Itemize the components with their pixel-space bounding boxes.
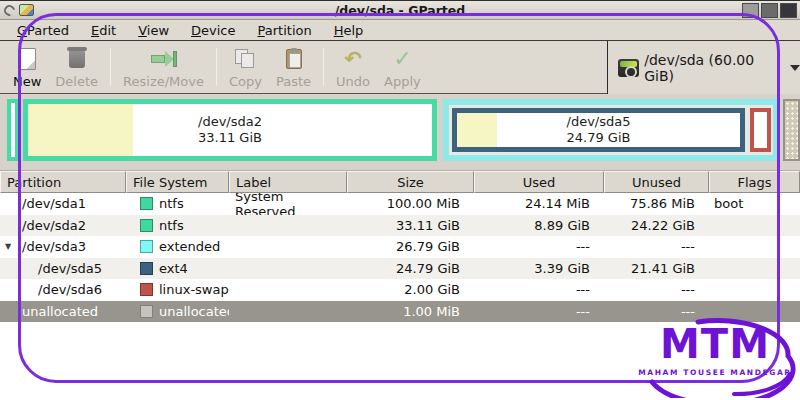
toolbar-separator	[216, 48, 217, 86]
column-header-used[interactable]: Used	[474, 171, 604, 193]
new-partition-icon	[19, 46, 36, 72]
watermark-title: MTM	[638, 324, 792, 364]
unused-value: ---	[604, 236, 709, 258]
column-header-unused[interactable]: Unused	[604, 171, 709, 193]
titlebar: /dev/sda - GParted	[0, 0, 800, 20]
filesystem-color-swatch	[140, 219, 153, 232]
paste-button[interactable]: Paste	[269, 43, 318, 91]
column-header-label[interactable]: Label	[229, 171, 347, 193]
disk-segment-sda1[interactable]	[7, 99, 19, 161]
expander-icon[interactable]: ▼	[5, 242, 11, 251]
minimize-button[interactable]	[742, 3, 759, 18]
apply-checkmark-icon: ✓	[393, 46, 411, 72]
segment-name: /dev/sda5	[567, 114, 631, 130]
table-row-sda6[interactable]: /dev/sda6 linux-swap 2.00 GiB --- ---	[0, 279, 800, 301]
partition-label	[229, 301, 347, 323]
size-value: 1.00 MiB	[347, 301, 474, 323]
table-row-sda1[interactable]: /dev/sda1 ntfs System Reserved 100.00 Mi…	[0, 193, 800, 215]
device-selector-value: /dev/sda (60.00 GiB)	[644, 52, 783, 84]
partition-label	[229, 215, 347, 237]
paste-clipboard-icon	[286, 46, 302, 72]
column-header-size[interactable]: Size	[347, 171, 474, 193]
table-row-unallocated[interactable]: unallocated unallocated 1.00 MiB --- ---	[0, 301, 800, 323]
segment-size: 33.11 GiB	[198, 130, 262, 146]
undo-arrow-icon: ↶	[344, 46, 362, 72]
partition-name: unallocated	[22, 304, 98, 319]
delete-button[interactable]: Delete	[48, 43, 105, 91]
table-row-sda5[interactable]: /dev/sda5 ext4 24.79 GiB 3.39 GiB 21.41 …	[0, 258, 800, 280]
chevron-down-icon	[790, 65, 800, 71]
used-value: ---	[474, 301, 604, 323]
disk-segment-sda2[interactable]: /dev/sda2 33.11 GiB	[23, 99, 437, 161]
filesystem-color-swatch	[140, 305, 153, 318]
watermark-swoosh	[638, 316, 798, 398]
partition-name: /dev/sda5	[38, 261, 102, 276]
flags-value: boot	[709, 193, 800, 215]
resize-move-button[interactable]: Resize/Move	[116, 43, 211, 91]
unused-value: ---	[604, 279, 709, 301]
partition-name: /dev/sda1	[22, 196, 86, 211]
partition-label	[229, 236, 347, 258]
apply-button[interactable]: ✓ Apply	[377, 43, 428, 91]
maximize-button[interactable]	[761, 3, 778, 18]
used-value: 24.14 MiB	[474, 193, 604, 215]
menubar: GParted Edit View Device Partition Help	[0, 20, 800, 41]
table-row-sda3[interactable]: ▼ /dev/sda3 extended 26.79 GiB --- ---	[0, 236, 800, 258]
used-value: ---	[474, 236, 604, 258]
disk-segment-sda3-extended[interactable]: /dev/sda5 24.79 GiB	[443, 99, 779, 161]
delete-trash-icon	[69, 46, 85, 72]
column-header-filesystem[interactable]: File System	[126, 171, 229, 193]
unused-value: 24.22 GiB	[604, 215, 709, 237]
partition-name: /dev/sda6	[38, 282, 102, 297]
flags-value	[709, 258, 800, 280]
used-value: 3.39 GiB	[474, 258, 604, 280]
undo-button[interactable]: ↶ Undo	[329, 43, 377, 91]
watermark-subtitle: MAHAM TOUSEE MANDEGAR	[638, 368, 792, 377]
new-button[interactable]: New	[6, 43, 48, 91]
size-value: 100.00 MiB	[347, 193, 474, 215]
unused-value: 75.86 MiB	[604, 193, 709, 215]
menu-device[interactable]: Device	[180, 22, 246, 39]
flags-value	[709, 236, 800, 258]
used-value: 8.89 GiB	[474, 215, 604, 237]
partition-table: /dev/sda1 ntfs System Reserved 100.00 Mi…	[0, 193, 800, 322]
hard-disk-icon	[618, 59, 639, 77]
partition-name: /dev/sda2	[22, 218, 86, 233]
close-button[interactable]	[780, 3, 797, 18]
flags-value	[709, 215, 800, 237]
toolbar-separator	[323, 48, 324, 86]
resize-move-arrow-icon	[151, 46, 177, 72]
disk-segment-unallocated[interactable]	[783, 99, 800, 161]
partition-label: System Reserved	[229, 193, 347, 215]
toolbar-separator	[110, 48, 111, 86]
copy-button[interactable]: Copy	[222, 43, 269, 91]
flags-value	[709, 301, 800, 323]
unused-value: ---	[604, 301, 709, 323]
menu-gparted[interactable]: GParted	[6, 22, 80, 39]
size-value: 24.79 GiB	[347, 258, 474, 280]
segment-size: 24.79 GiB	[567, 130, 631, 146]
column-header-flags[interactable]: Flags	[709, 171, 800, 193]
disk-visual-panel: /dev/sda2 33.11 GiB /dev/sda5 24.79 GiB	[0, 94, 800, 171]
copy-icon	[235, 46, 255, 72]
flags-value	[709, 279, 800, 301]
segment-name: /dev/sda2	[198, 114, 262, 130]
column-header-partition[interactable]: Partition	[0, 171, 126, 193]
filesystem-color-swatch	[140, 197, 153, 210]
filesystem-color-swatch	[140, 283, 153, 296]
filesystem-color-swatch	[140, 262, 153, 275]
size-value: 2.00 GiB	[347, 279, 474, 301]
disk-segment-sda6[interactable]	[750, 108, 771, 152]
partition-label	[229, 279, 347, 301]
partition-label	[229, 258, 347, 280]
size-value: 33.11 GiB	[347, 215, 474, 237]
partition-name: /dev/sda3	[22, 239, 86, 254]
menu-edit[interactable]: Edit	[80, 22, 127, 39]
menu-partition[interactable]: Partition	[247, 22, 323, 39]
table-row-sda2[interactable]: /dev/sda2 ntfs 33.11 GiB 8.89 GiB 24.22 …	[0, 215, 800, 237]
device-selector[interactable]: /dev/sda (60.00 GiB)	[607, 41, 800, 94]
disk-segment-sda5[interactable]: /dev/sda5 24.79 GiB	[452, 108, 745, 152]
size-value: 26.79 GiB	[347, 236, 474, 258]
menu-help[interactable]: Help	[323, 22, 375, 39]
menu-view[interactable]: View	[127, 22, 180, 39]
